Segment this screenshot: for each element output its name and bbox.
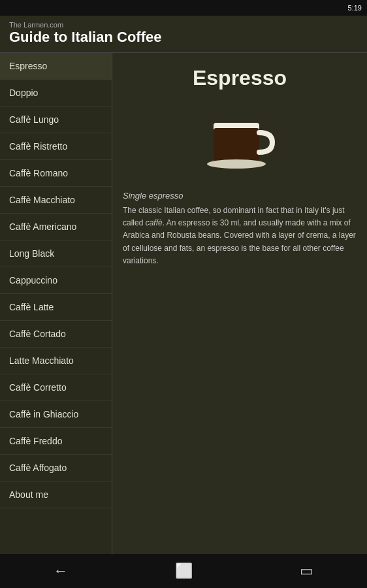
status-time: 5:19 [348,4,362,12]
app-subtitle: The Larmen.com [9,21,358,29]
sidebar-item-long-black[interactable]: Long Black [0,240,112,267]
sidebar-item-caff-romano[interactable]: Caffè Romano [0,160,112,187]
content-subtitle: Single espresso [123,191,184,201]
sidebar-item-espresso[interactable]: Espresso [0,53,112,80]
app-header: The Larmen.com Guide to Italian Coffee [0,16,367,53]
svg-rect-1 [214,128,259,162]
bottom-nav: ← ⬜ ▭ [0,554,367,588]
sidebar-item-about-me[interactable]: About me [0,482,112,508]
sidebar-item-caff-macchiato[interactable]: Caffè Macchiato [0,187,112,214]
sidebar-item-caff-lungo[interactable]: Caffè Lungo [0,106,112,133]
sidebar-item-caff-corretto[interactable]: Caffè Corretto [0,374,112,401]
svg-point-2 [207,159,266,169]
status-bar: 5:19 [0,0,367,16]
app-title: Guide to Italian Coffee [9,29,358,46]
home-button[interactable]: ⬜ [175,563,193,580]
sidebar-item-caff-freddo[interactable]: Caffè Freddo [0,428,112,455]
recent-button[interactable]: ▭ [300,563,313,580]
sidebar-item-caff-cortado[interactable]: Caffè Cortado [0,321,112,348]
sidebar-item-caff-in-ghiaccio[interactable]: Caffè in Ghiaccio [0,401,112,428]
sidebar-item-caff-ristretto[interactable]: Caffè Ristretto [0,133,112,160]
sidebar-item-caff-latte[interactable]: Caffè Latte [0,294,112,321]
content-description: The classic Italian coffee, so dominant … [123,204,357,267]
sidebar-item-cappuccino[interactable]: Cappuccino [0,267,112,294]
content-area: Espresso Single espresso The classic Ita… [112,53,367,554]
sidebar-item-caff-americano[interactable]: Caffè Americano [0,214,112,240]
sidebar-item-caff-affogato[interactable]: Caffè Affogato [0,455,112,482]
sidebar: EspressoDoppioCaffè LungoCaffè Ristretto… [0,53,112,554]
content-title: Espresso [123,66,357,90]
sidebar-item-doppio[interactable]: Doppio [0,80,112,106]
coffee-cup-illustration [204,110,276,178]
sidebar-item-latte-macchiato[interactable]: Latte Macchiato [0,348,112,374]
back-button[interactable]: ← [54,563,68,580]
main-layout: EspressoDoppioCaffè LungoCaffè Ristretto… [0,53,367,554]
